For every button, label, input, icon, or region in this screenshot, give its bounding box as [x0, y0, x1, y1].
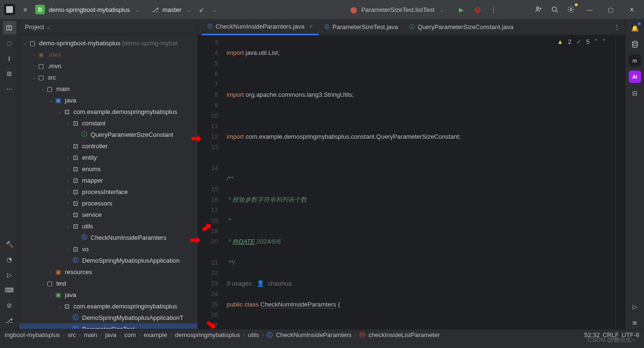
breadcrumb-item[interactable]: com: [124, 331, 136, 338]
branch-name[interactable]: master: [163, 6, 182, 13]
tree-item-paramtest[interactable]: ⒸParameterSizeTest: [19, 323, 197, 329]
endpoints-icon[interactable]: ⊟: [629, 87, 641, 99]
settings-icon[interactable]: [565, 3, 577, 16]
more-actions-icon[interactable]: ⋮: [488, 3, 500, 16]
terminal-icon[interactable]: ⌨: [3, 283, 16, 297]
tree-item-src[interactable]: ⌄▢src: [19, 72, 197, 83]
project-panel-title: Project: [25, 23, 44, 31]
hamburger-icon[interactable]: ≡: [19, 3, 31, 16]
editor-tab[interactable]: ⒾQueryParameterSizeConstant.java: [404, 19, 519, 35]
structure-tool-icon[interactable]: ⊞: [3, 67, 16, 80]
search-icon[interactable]: [549, 3, 561, 16]
tree-item-enums[interactable]: ›⊡enums: [19, 163, 197, 174]
ai-assistant-icon[interactable]: AI: [629, 71, 641, 83]
breadcrumb-item[interactable]: CheckNumInsideParamters: [276, 331, 352, 338]
interface-icon: Ⓘ: [409, 23, 415, 31]
profiler-icon[interactable]: ◔: [3, 253, 16, 266]
editor-minimap[interactable]: [615, 35, 625, 329]
right-tool-rail: 🔔 m AI ⊟ ▷ ≋: [625, 19, 644, 329]
editor-body[interactable]: ▲2 ✓5 ˄˅ 3456789101112131415161718192021…: [198, 35, 625, 329]
tree-item-controller[interactable]: ›⊡controller: [19, 140, 197, 152]
ide-menu-icon[interactable]: [4, 4, 15, 15]
run-button[interactable]: ▶: [455, 3, 467, 16]
maven-icon[interactable]: m: [629, 54, 641, 67]
tree-item-resources[interactable]: ›▣resources: [19, 266, 197, 277]
breadcrumb-item[interactable]: example: [144, 331, 167, 338]
code-content[interactable]: import java.util.List; import org.apache…: [227, 35, 615, 329]
git-update-icon[interactable]: ↙: [195, 3, 208, 16]
tree-item-main[interactable]: ⌄▢main: [19, 83, 197, 94]
tree-item-test[interactable]: ⌄▢test: [19, 277, 197, 289]
title-bar: ≡ D demo-springboot-mybatisplus ⌄ ⎇ mast…: [0, 0, 644, 19]
tree-label: processInterface: [82, 188, 128, 195]
build-tool-icon[interactable]: 🔨: [3, 237, 16, 251]
editor-tab[interactable]: ⒸCheckNumInsideParamters.java×: [202, 19, 319, 35]
breadcrumb-item[interactable]: src: [68, 331, 76, 338]
services-tool-icon[interactable]: ≋: [629, 317, 641, 329]
breadcrumb-item[interactable]: main: [84, 331, 97, 338]
close-button[interactable]: ✕: [623, 3, 640, 16]
tree-label: test: [56, 280, 66, 287]
tree-item-idea[interactable]: ›▣.idea: [19, 49, 197, 60]
project-tool-icon[interactable]: [3, 21, 16, 34]
tree-item-utils[interactable]: ⌄⊡utils: [19, 220, 197, 232]
tree-item-pkg-main[interactable]: ⌄⊡com.example.demospringmybatisplus: [19, 106, 197, 117]
project-tree[interactable]: ⌄▢demo-springboot-mybatisplus [demo-spri…: [19, 35, 197, 329]
breadcrumb-item[interactable]: ingboot-mybatisplus: [5, 331, 60, 338]
tree-item-vo[interactable]: ›⊡vo: [19, 243, 197, 255]
debug-button[interactable]: 🐞: [471, 3, 484, 16]
chevron-down-icon: ⌄: [135, 6, 140, 13]
line-separator[interactable]: CRLF: [602, 331, 619, 338]
services-icon[interactable]: ▷: [3, 268, 16, 281]
problems-icon[interactable]: ⊘: [3, 298, 16, 312]
database-icon[interactable]: [629, 38, 641, 51]
usages-hint[interactable]: 3 usages: [227, 278, 252, 289]
tree-item-processinterface[interactable]: ›⊡processInterface: [19, 186, 197, 197]
editor-tab[interactable]: ⒸParameterSizeTest.java: [319, 19, 404, 35]
tree-item-checknum[interactable]: ⒸCheckNumInsideParamters: [19, 232, 197, 243]
more-tools-icon[interactable]: ⋯: [3, 82, 16, 95]
editor-tabs: ⒸCheckNumInsideParamters.java× ⒸParamete…: [198, 19, 625, 35]
close-icon[interactable]: ×: [309, 23, 313, 30]
notifications-icon[interactable]: 🔔: [629, 22, 641, 34]
caret-position[interactable]: 52:32: [584, 331, 600, 338]
tree-item-service[interactable]: ›⊡service: [19, 209, 197, 220]
file-encoding[interactable]: UTF-8: [622, 331, 639, 338]
tree-item-java-test[interactable]: ⌄▣java: [19, 289, 197, 300]
breadcrumb-item[interactable]: demospringmybatisplus: [175, 331, 240, 338]
tab-more-icon[interactable]: ⋮: [609, 23, 625, 31]
tree-label: QueryParameterSizeConstant: [91, 131, 173, 138]
project-name[interactable]: demo-springboot-mybatisplus: [49, 6, 130, 13]
tree-root[interactable]: ⌄▢demo-springboot-mybatisplus [demo-spri…: [19, 37, 197, 49]
pull-request-icon[interactable]: ⫿: [3, 51, 16, 65]
minimize-button[interactable]: —: [581, 3, 598, 16]
tree-item-mapper[interactable]: ›⊡mapper: [19, 174, 197, 186]
tree-item-processors[interactable]: ›⊡processors: [19, 197, 197, 209]
tree-label: service: [82, 211, 102, 218]
project-header[interactable]: Project ⌄: [19, 19, 197, 35]
tree-item-appclass[interactable]: ⒸDemoSpringMybatisplusApplication: [19, 255, 197, 266]
tree-item-constant[interactable]: ⌄⊡constant: [19, 117, 197, 129]
status-bar: ingboot-mybatisplus› src› main› java› co…: [0, 329, 644, 340]
tree-item-queryparamconst[interactable]: ⒾQueryParameterSizeConstant: [19, 129, 197, 140]
svg-point-3: [570, 9, 572, 10]
tree-item-apptests[interactable]: ⒸDemoSpringMybatisplusApplicationT: [19, 312, 197, 323]
tree-label: main: [56, 85, 70, 92]
breadcrumb-item[interactable]: checkInsideListParameter: [368, 331, 440, 338]
author-hint[interactable]: 👤 shaohua: [257, 278, 292, 289]
run-tool-icon[interactable]: ▷: [629, 300, 641, 313]
tab-label: ParameterSizeTest.java: [332, 23, 398, 31]
tree-item-pkg-test[interactable]: ⌄⊡com.example.demospringmybatisplus: [19, 300, 197, 312]
tree-item-mvn[interactable]: ›▢.mvn: [19, 60, 197, 72]
maximize-button[interactable]: ▢: [602, 3, 619, 16]
tree-item-java-main[interactable]: ⌄▣java: [19, 94, 197, 106]
git-tool-icon[interactable]: ⎇: [3, 314, 16, 327]
breadcrumb-item[interactable]: java: [105, 331, 116, 338]
tree-item-entity[interactable]: ›⊡entity: [19, 152, 197, 163]
commit-tool-icon[interactable]: ◌: [3, 36, 16, 50]
breadcrumb-item[interactable]: utils: [248, 331, 259, 338]
code-with-me-icon[interactable]: [532, 3, 545, 16]
tree-label: constant: [82, 120, 105, 127]
svg-rect-0: [6, 6, 13, 13]
run-config-label[interactable]: ParameterSizeTest.listTest: [361, 6, 434, 13]
